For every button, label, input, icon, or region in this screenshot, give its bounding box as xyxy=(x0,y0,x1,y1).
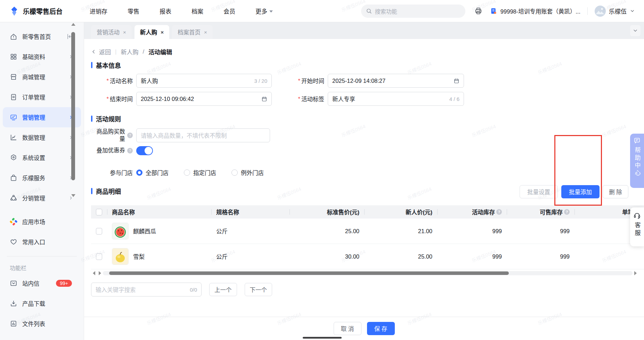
next-button[interactable]: 下一个 xyxy=(245,283,272,296)
brand[interactable]: 乐檬零售后台 xyxy=(9,6,63,16)
section-accent-bar xyxy=(91,116,92,122)
radio-icon[interactable] xyxy=(184,169,190,176)
sidebar-item-settings[interactable]: 系统设置 xyxy=(3,148,81,168)
table-horizontal-scrollbar[interactable] xyxy=(91,271,638,276)
nav-item-2[interactable]: 零售 xyxy=(128,7,139,15)
scroll-left-arrow[interactable] xyxy=(93,271,95,275)
cell-value: 21.00 xyxy=(418,228,432,235)
tab-1[interactable]: 营销活动× xyxy=(91,25,132,39)
printer-icon[interactable] xyxy=(474,7,482,15)
scroll-right-arrow[interactable] xyxy=(99,271,101,275)
purchase-qty-placeholder: 请输入商品数量，不填代表不限制 xyxy=(141,131,266,140)
delete-button[interactable]: 删 除 xyxy=(603,185,628,198)
help-icon[interactable]: ? xyxy=(127,133,133,138)
batch-set-button[interactable]: 批量设置 xyxy=(520,185,558,198)
breadcrumb-slash: / xyxy=(142,48,144,55)
sidebar-item-order[interactable]: 订单管理 xyxy=(3,87,81,107)
scroll-up-arrow[interactable] xyxy=(71,23,75,26)
download-icon xyxy=(10,300,17,307)
prev-button[interactable]: 上一个 xyxy=(209,283,237,296)
nav-item-6[interactable]: 更多 xyxy=(255,7,273,15)
sidebar-item-share[interactable]: 分销管理 xyxy=(3,188,81,208)
avatar xyxy=(595,6,606,17)
store-radio-option-2[interactable]: 指定门店 xyxy=(184,168,216,177)
customer-service-widget[interactable]: 客服 xyxy=(630,207,644,246)
sidebar-scrollbar[interactable] xyxy=(71,23,76,204)
scroll-right-arrow[interactable] xyxy=(634,271,637,275)
sidebar-item-label: 新零售首页 xyxy=(22,32,51,41)
help-icon[interactable]: ? xyxy=(127,148,133,153)
sidebar-item-heart[interactable]: 常用入口 xyxy=(3,232,81,252)
form-row: * 结束时间 2025-12-10 09:06:42 * 活动标签 新人专享 4… xyxy=(91,92,464,106)
nav-item-label: 更多 xyxy=(255,7,267,15)
sidebar-item-appmarket[interactable]: 应用市场 xyxy=(3,212,81,232)
keyword-placeholder: 输入关键字搜索 xyxy=(96,285,187,294)
back-button[interactable]: 返回 xyxy=(91,47,111,56)
unread-badge: 99+ xyxy=(56,280,72,287)
radio-selected-icon[interactable] xyxy=(136,169,142,176)
column-label: 商品名称 xyxy=(112,208,135,216)
sidebar-item-request[interactable]: 需求申请 xyxy=(3,334,81,340)
breadcrumb-current: 活动编辑 xyxy=(148,47,172,56)
sidebar-item-store[interactable]: 商城管理 xyxy=(3,67,81,87)
tab-2[interactable]: 新人购× xyxy=(134,25,169,39)
scrollbar-track[interactable] xyxy=(103,271,633,275)
navbar-search-input[interactable]: 搜索功能 xyxy=(361,5,465,18)
nav-menu: 进销存零售报表档案会员更多 xyxy=(90,7,273,15)
nav-item-5[interactable]: 会员 xyxy=(223,7,235,15)
sidebar-item-data[interactable]: 数据管理 xyxy=(3,127,81,148)
sidebar-item-marketing[interactable]: 营销管理 xyxy=(3,107,81,127)
start-time-input[interactable]: 2025-12-09 14:08:27 xyxy=(328,74,464,88)
cancel-button[interactable]: 取 消 xyxy=(334,322,361,335)
tab-close-icon[interactable]: × xyxy=(123,29,126,35)
form-row: * 活动名称 新人购 3 / 20 * 开始时间 2025-12-09 14:0… xyxy=(91,74,464,88)
section-rules: 活动规则 xyxy=(91,114,121,123)
sidebar-item-mail[interactable]: 站内信99+ xyxy=(3,273,81,293)
nav-item-4[interactable]: 档案 xyxy=(191,7,203,15)
tabs-collapse-chevron-icon[interactable] xyxy=(630,25,641,36)
sidebar-item-home[interactable]: 新零售首页 xyxy=(3,26,81,47)
stack-coupon-toggle[interactable] xyxy=(136,146,153,155)
column-label: 规格名称 xyxy=(216,208,239,216)
user-menu[interactable]: 乐檬伍 xyxy=(595,6,635,17)
help-icon[interactable]: ? xyxy=(564,209,570,215)
scroll-down-arrow[interactable] xyxy=(71,194,75,197)
scrollbar-thumb[interactable] xyxy=(109,271,509,275)
keyword-search-input[interactable]: 输入关键字搜索 0/0 xyxy=(91,283,202,296)
header-cell: 规格名称 xyxy=(211,205,290,219)
table-body: 麒麟西瓜公斤25.0021.00999999雪梨公斤30.0025.009999… xyxy=(91,219,644,269)
activity-tag-input[interactable]: 新人专享 4 / 6 xyxy=(328,92,464,106)
save-button[interactable]: 保 存 xyxy=(367,322,395,335)
sidebar-item-label: 分销管理 xyxy=(22,194,45,202)
sidebar-item-grid[interactable]: 基础资料 xyxy=(3,47,81,67)
batch-add-button[interactable]: 批量添加 xyxy=(561,185,600,198)
calendar-icon[interactable] xyxy=(454,78,459,84)
store-radio-option-3[interactable]: 例外门店 xyxy=(231,168,264,177)
select-all-checkbox[interactable] xyxy=(96,209,102,215)
nav-item-1[interactable]: 进销存 xyxy=(90,7,107,15)
sidebar-item-download[interactable]: 产品下载 xyxy=(3,293,81,314)
end-time-input[interactable]: 2025-12-10 09:06:42 xyxy=(136,92,272,106)
calendar-icon[interactable] xyxy=(261,96,267,102)
tab-3[interactable]: 档案首页× xyxy=(172,25,213,39)
row-checkbox[interactable] xyxy=(96,228,102,235)
sidebar-item-bag[interactable]: 乐檬服务 xyxy=(3,168,81,188)
help-center-widget[interactable]: 帮助中心 xyxy=(630,134,644,188)
sidebar-scrollbar-thumb[interactable] xyxy=(71,32,75,180)
activity-name-input[interactable]: 新人购 3 / 20 xyxy=(136,74,272,88)
help-icon[interactable]: ? xyxy=(496,209,502,215)
radio-icon[interactable] xyxy=(231,169,238,176)
store-radio-option-1[interactable]: 全部门店 xyxy=(136,168,169,177)
cell-value: 公斤 xyxy=(216,252,228,261)
nav-item-3[interactable]: 报表 xyxy=(160,7,171,15)
purchase-qty-input[interactable]: 请输入商品数量，不填代表不限制 xyxy=(136,128,270,142)
tab-bar: 营销活动×新人购×档案首页× xyxy=(84,22,644,39)
tab-close-icon[interactable]: × xyxy=(204,29,207,35)
activity-tag-label: * 活动标签 xyxy=(291,95,324,103)
required-asterisk: * xyxy=(298,78,300,84)
account-selector[interactable]: 99998-培训专用账套（黄凯）... xyxy=(490,7,580,15)
tab-close-icon[interactable]: × xyxy=(161,29,164,35)
sidebar-item-files[interactable]: 文件列表 xyxy=(3,314,81,334)
marketing-icon xyxy=(10,113,17,121)
row-checkbox[interactable] xyxy=(96,253,102,260)
